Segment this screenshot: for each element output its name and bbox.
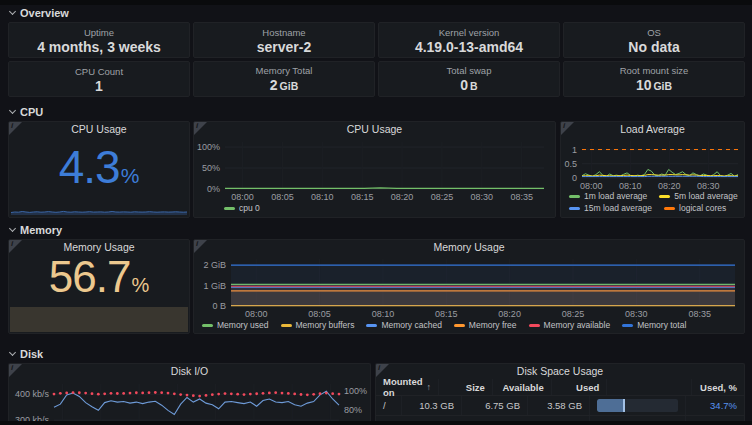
cpu-chart-legend: cpu 0 — [224, 203, 260, 214]
legend-color-dash — [224, 207, 235, 210]
tile-unit: GiB — [280, 80, 299, 92]
usage-bar-track — [597, 399, 678, 412]
legend-item-memory-used[interactable]: Memory used — [202, 320, 269, 331]
overview-tile-root-mount-size[interactable]: Root mount size10GiB — [563, 61, 745, 97]
panel-title[interactable]: CPU Usage — [9, 122, 189, 136]
section-header-memory[interactable]: Memory — [10, 224, 62, 236]
overview-tile-uptime[interactable]: Uptime4 months, 3 weeks — [8, 22, 190, 58]
overview-tile-hostname[interactable]: Hostnameserver-2 — [193, 22, 375, 58]
legend-item-5m-load-average[interactable]: 5m load average — [659, 191, 737, 202]
panel-memory-usage-stat: i Memory Usage 56.7 % — [8, 239, 190, 334]
overview-tile-kernel-version[interactable]: Kernel version4.19.0-13-amd64 — [378, 22, 560, 58]
svg-text:08:25: 08:25 — [431, 192, 454, 202]
legend-label: cpu 0 — [239, 203, 260, 214]
table-header-row: Mounted on↑SizeAvailableUsedUsed, % — [376, 379, 744, 396]
panel-title[interactable]: Disk Space Usage — [376, 364, 744, 378]
legend-item-15m-load-average[interactable]: 15m load average — [569, 203, 652, 214]
table-header-available[interactable]: Available — [493, 379, 552, 395]
section-title: CPU — [20, 106, 43, 118]
panel-info-icon[interactable]: i — [9, 364, 22, 377]
legend-color-dash — [366, 324, 377, 327]
table-header-bar — [607, 379, 692, 395]
section-header-overview[interactable]: Overview — [10, 7, 69, 19]
load-average-chart[interactable]: 10.5008:0008:1008:2008:30 — [562, 136, 743, 191]
cpu-usage-value: 4.3 % — [9, 140, 189, 199]
legend-label: 5m load average — [674, 191, 737, 202]
overview-tile-memory-total[interactable]: Memory Total2GiB — [193, 61, 375, 97]
svg-text:50%: 50% — [202, 163, 220, 173]
overview-tile-os[interactable]: OSNo data — [563, 22, 745, 58]
tile-value: 4 months, 3 weeks — [37, 39, 161, 55]
svg-text:08:30: 08:30 — [697, 181, 720, 191]
svg-text:80%: 80% — [344, 405, 362, 415]
disk-space-table: Mounted on↑SizeAvailableUsedUsed, %/10.3… — [376, 379, 744, 425]
svg-text:08:10: 08:10 — [372, 309, 395, 319]
legend-item-memory-cached[interactable]: Memory cached — [366, 320, 441, 331]
tile-label: Memory Total — [256, 64, 313, 77]
legend-color-dash — [454, 324, 465, 327]
load-average-legend: 1m load average5m load average15m load a… — [569, 191, 740, 214]
legend-item-memory-available[interactable]: Memory available — [529, 320, 611, 331]
table-row: /10.3 GB6.75 GB3.58 GB34.7% — [376, 396, 744, 416]
tile-value: 2GiB — [270, 77, 298, 94]
section-title: Overview — [20, 7, 69, 19]
usage-bar-fill — [597, 399, 625, 412]
section-header-disk[interactable]: Disk — [10, 348, 43, 360]
legend-label: Memory cached — [381, 320, 441, 331]
section-title: Disk — [20, 348, 43, 360]
tile-label: Hostname — [262, 26, 305, 39]
svg-text:0%: 0% — [207, 184, 220, 194]
legend-color-dash — [202, 324, 213, 327]
section-header-cpu[interactable]: CPU — [10, 106, 43, 118]
cpu-sparkline[interactable] — [10, 203, 188, 216]
svg-text:08:20: 08:20 — [498, 309, 521, 319]
legend-item-logical-cores[interactable]: logical cores — [664, 203, 726, 214]
overview-tile-cpu-count[interactable]: CPU Count1 — [8, 61, 190, 97]
svg-text:08:05: 08:05 — [271, 192, 294, 202]
legend-color-dash — [664, 207, 675, 210]
svg-text:08:00: 08:00 — [580, 181, 603, 191]
tile-label: Kernel version — [439, 26, 500, 39]
table-header-used-[interactable]: Used, % — [692, 379, 744, 395]
table-header-mounted-on[interactable]: Mounted on↑ — [376, 379, 439, 395]
panel-title[interactable]: Memory Usage — [194, 240, 744, 254]
legend-item-memory-buffers[interactable]: Memory buffers — [281, 320, 355, 331]
panel-info-icon[interactable]: i — [9, 122, 22, 135]
bottom-edge — [0, 421, 752, 425]
panel-title[interactable]: CPU Usage — [194, 122, 555, 136]
panel-info-icon[interactable]: i — [561, 122, 574, 135]
table-header-size[interactable]: Size — [439, 379, 493, 395]
chevron-down-icon — [9, 107, 16, 114]
sort-asc-icon: ↑ — [427, 382, 432, 392]
table-cell: 3.58 GB — [528, 396, 590, 415]
legend-item-1m-load-average[interactable]: 1m load average — [569, 191, 647, 202]
panel-title[interactable]: Disk I/O — [9, 364, 370, 378]
svg-text:08:10: 08:10 — [311, 192, 334, 202]
disk-io-chart[interactable]: 400 kb/s300 kb/s100%80%60% — [10, 378, 369, 425]
legend-item-memory-free[interactable]: Memory free — [454, 320, 517, 331]
legend-item-memory-total[interactable]: Memory total — [622, 320, 686, 331]
legend-item-cpu-0[interactable]: cpu 0 — [224, 203, 260, 214]
svg-text:1 GiB: 1 GiB — [203, 281, 226, 291]
legend-color-dash — [569, 207, 580, 210]
table-cell: 34.7% — [686, 396, 744, 415]
panel-info-icon[interactable]: i — [194, 240, 207, 253]
svg-text:08:05: 08:05 — [308, 309, 331, 319]
tile-value: server-2 — [257, 39, 312, 55]
panel-info-icon[interactable]: i — [194, 122, 207, 135]
svg-text:08:35: 08:35 — [688, 309, 711, 319]
panel-cpu-usage-stat: i CPU Usage 4.3 % — [8, 121, 190, 218]
tile-label: Total swap — [447, 64, 492, 77]
table-header-used[interactable]: Used — [552, 379, 608, 395]
overview-tile-total-swap[interactable]: Total swap0B — [378, 61, 560, 97]
cpu-usage-chart[interactable]: 100%50%0%08:0008:0508:1008:1508:2008:250… — [195, 137, 554, 203]
panel-title[interactable]: Load Average — [561, 122, 744, 136]
svg-text:2 GiB: 2 GiB — [203, 260, 226, 270]
memory-usage-chart[interactable]: 2 GiB1 GiB0 B08:0008:0508:1008:1508:2008… — [195, 254, 743, 320]
legend-label: logical cores — [679, 203, 726, 214]
table-cell: / — [376, 396, 402, 415]
legend-label: 1m load average — [584, 191, 647, 202]
svg-text:08:15: 08:15 — [351, 192, 374, 202]
tile-value: 0B — [460, 77, 477, 94]
tile-label: Root mount size — [620, 64, 689, 77]
